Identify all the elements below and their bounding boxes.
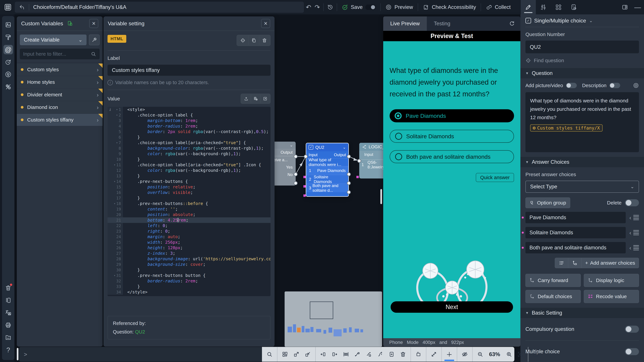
create-variable-button[interactable]: Create Variable ⌄ xyxy=(20,34,86,45)
artboard-icon[interactable] xyxy=(413,347,424,361)
code-line-23[interactable]: 23 right: 0; xyxy=(108,228,270,234)
insert-left-icon[interactable] xyxy=(318,347,328,361)
autosave-toggle[interactable] xyxy=(365,4,376,10)
printer-icon[interactable] xyxy=(4,321,13,330)
delete-toggle[interactable] xyxy=(625,199,639,206)
close-icon[interactable]: × xyxy=(89,19,98,28)
fold-icon[interactable]: ▾ xyxy=(114,163,116,166)
code-line-13[interactable]: 13 } xyxy=(108,173,270,179)
code-line-18[interactable]: ▾18 .prev-next-buttons::before { xyxy=(108,201,270,206)
fold-icon[interactable]: ▾ xyxy=(116,108,118,111)
code-line-27[interactable]: 27 z-index: 3; xyxy=(108,251,270,256)
next-button[interactable]: Next xyxy=(390,301,513,313)
quick-answer-button[interactable]: Quick answer xyxy=(476,173,514,182)
quota-icon[interactable] xyxy=(4,82,13,91)
find-question-button[interactable]: Find question xyxy=(526,58,639,63)
variable-label-input[interactable] xyxy=(108,65,270,76)
inspector-tab-sliders[interactable] xyxy=(536,0,551,14)
inspector-tab-pencil[interactable] xyxy=(521,0,536,14)
fold-icon[interactable]: ▾ xyxy=(114,202,116,205)
radio-icon[interactable] xyxy=(395,133,402,140)
image-icon[interactable] xyxy=(4,20,13,29)
code-line-10[interactable]: 10 } xyxy=(108,157,270,162)
code-line-3[interactable]: 3 margin-bottom: 1rem; xyxy=(108,118,270,123)
variable-list-item[interactable]: Home styles› xyxy=(17,76,103,88)
paste-list-icon[interactable] xyxy=(568,258,581,268)
preview-button[interactable]: Preview xyxy=(384,0,414,14)
component-icon[interactable] xyxy=(280,347,290,361)
columns-icon[interactable] xyxy=(622,4,628,10)
section-answer-choices[interactable]: ▼ Answer Choices xyxy=(520,157,644,167)
resize-diag-icon[interactable] xyxy=(429,347,439,361)
locate-icon[interactable] xyxy=(238,36,248,45)
qu2-option-row[interactable]: 1Pave Diamonds xyxy=(306,166,348,175)
distribute-icon[interactable] xyxy=(341,347,351,361)
code-editor[interactable]: i▾1<style>▾2 .choice-option label {3 mar… xyxy=(108,107,270,296)
paint-roller-icon[interactable] xyxy=(4,32,13,42)
fold-icon[interactable]: ▾ xyxy=(114,180,116,183)
fold-icon[interactable]: ▾ xyxy=(116,141,118,144)
canvas-scrollbar[interactable] xyxy=(380,189,382,204)
check-accessibility-button[interactable]: Check Accessibility xyxy=(422,0,478,14)
option-group-button[interactable]: Option group xyxy=(526,197,570,208)
code-line-34[interactable]: 34</style> xyxy=(108,289,270,295)
drag-handle-icon[interactable] xyxy=(633,245,639,250)
drag-handle-icon[interactable] xyxy=(633,215,639,220)
eye-icon[interactable] xyxy=(633,82,639,88)
clock-rotate-icon[interactable] xyxy=(4,57,13,67)
code-line-26[interactable]: 26 height: 128px; xyxy=(108,245,270,251)
history-icon[interactable] xyxy=(327,4,334,10)
minimap[interactable] xyxy=(284,292,382,347)
console-strip[interactable]: > xyxy=(19,347,262,362)
code-line-24[interactable]: 24 margin: auto; xyxy=(108,234,270,240)
code-line-25[interactable]: 25 width: 256px; xyxy=(108,240,270,245)
apps-grid-icon[interactable] xyxy=(4,3,12,11)
pink-handle[interactable] xyxy=(304,185,306,188)
code-line-20[interactable]: 20 position: absolute; xyxy=(108,212,270,217)
code-line-9[interactable]: 9 color: rgba(var(--background-rgb),1); xyxy=(108,151,270,157)
preset-type-select[interactable]: Select Type ⌄ xyxy=(526,181,639,193)
code-line-32[interactable]: 32 border-radius: 2rem; xyxy=(108,278,270,284)
zoom-in-icon[interactable] xyxy=(504,347,514,361)
code-line-16[interactable]: 16 overflow: visible; xyxy=(108,190,270,195)
tab-live-preview[interactable]: Live Preview xyxy=(383,16,427,31)
fold-icon[interactable]: ▾ xyxy=(114,274,116,277)
answer-input[interactable]: Both pave and solitaire diamonds xyxy=(526,242,626,253)
qu2-option-row[interactable]: 3Both pave and solitaire d... xyxy=(306,184,348,192)
qu2-node-header[interactable]: ✓ QU2 ⌄ xyxy=(306,143,348,151)
tab-testing[interactable]: Testing xyxy=(427,16,457,31)
back-icon[interactable] xyxy=(19,4,25,10)
collapse-left-icon[interactable]: ‹ xyxy=(630,245,631,251)
translate-icon[interactable] xyxy=(4,308,13,318)
duplicate-icon[interactable] xyxy=(248,36,259,45)
chevron-down-icon[interactable]: ⌄ xyxy=(343,145,346,149)
crosshair-icon[interactable] xyxy=(444,347,454,361)
code-line-12[interactable]: 12 color: rgba(var(--background-rgb),1); xyxy=(108,168,270,173)
code-line-31[interactable]: ▾31 .prev-next-buttons button { xyxy=(108,273,270,278)
pink-handle[interactable] xyxy=(304,176,306,178)
bulk-edit-icon[interactable] xyxy=(555,258,568,268)
variable-list-item[interactable]: Custom styles› xyxy=(17,63,103,76)
carry-forward-button[interactable]: Carry forward xyxy=(526,274,581,287)
question-text-editor[interactable]: What type of diamonds were in the diamon… xyxy=(526,92,639,152)
wrench-icon[interactable] xyxy=(89,34,100,45)
code-line-8[interactable]: 8 background-color: rgba(var(--contrast-… xyxy=(108,145,270,151)
trash-icon[interactable] xyxy=(398,347,408,361)
expand-icon[interactable] xyxy=(260,94,270,103)
magnifier-icon[interactable] xyxy=(264,347,275,361)
radio-icon[interactable] xyxy=(395,153,402,160)
pink-handle[interactable] xyxy=(304,194,306,197)
code-line-2[interactable]: ▾2 .choice-option label { xyxy=(108,112,270,118)
radio-icon[interactable] xyxy=(394,112,402,119)
minimize-icon[interactable]: — xyxy=(634,4,641,10)
flow-node-qu2[interactable]: ✓ QU2 ⌄ Input Output What type of diamon… xyxy=(306,143,349,197)
display-logic-button[interactable]: Display logic xyxy=(584,274,639,287)
default-choices-button[interactable]: Default choices xyxy=(526,290,581,303)
upload-icon[interactable] xyxy=(242,94,251,103)
collect-button[interactable]: Collect xyxy=(484,0,512,14)
code-line-19[interactable]: 19 content: ''; xyxy=(108,206,270,212)
redo-icon[interactable]: ↷ xyxy=(314,4,320,10)
code-line-15[interactable]: 15 position: relative; xyxy=(108,184,270,190)
fold-icon[interactable]: ▾ xyxy=(116,113,118,117)
answer-input[interactable]: Solitaire Diamonds xyxy=(526,227,626,238)
